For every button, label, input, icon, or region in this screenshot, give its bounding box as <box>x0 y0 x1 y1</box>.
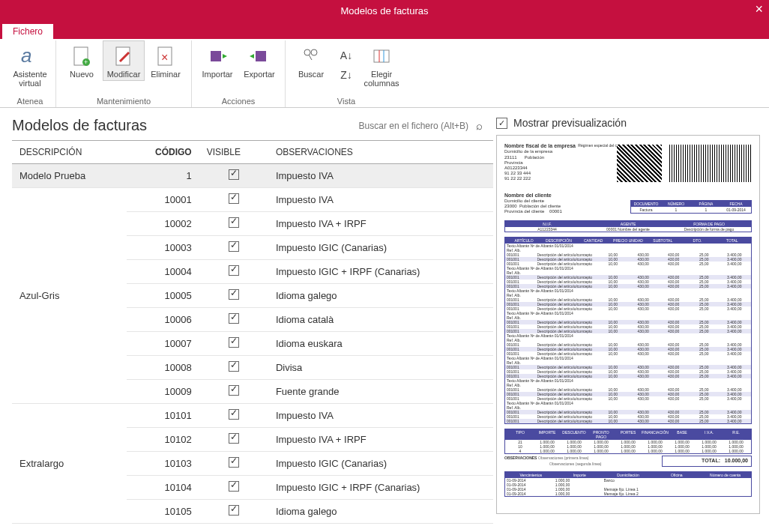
visible-checkbox[interactable] <box>229 337 239 348</box>
table-row[interactable]: Modelo Prueba1Impuesto IVA <box>12 164 493 188</box>
search-magnifier-icon[interactable]: ⌕ <box>476 119 483 132</box>
columns-icon <box>372 43 391 70</box>
table-row[interactable]: Azul-Gris10001Impuesto IVA <box>12 188 493 212</box>
new-button[interactable]: +Nuevo <box>61 40 103 81</box>
svg-rect-13 <box>374 50 389 62</box>
group-cell: Azul-Gris <box>12 188 127 404</box>
col-visible[interactable]: VISIBLE <box>199 141 268 164</box>
visible-checkbox[interactable] <box>229 457 239 468</box>
visible-checkbox[interactable] <box>229 241 239 252</box>
svg-point-10 <box>304 49 310 55</box>
sort-asc-button[interactable]: A↓ <box>334 46 359 64</box>
sort-desc-button[interactable]: Z↓ <box>334 66 359 84</box>
svg-text:×: × <box>161 51 168 64</box>
group-atenea: Atenea <box>17 97 43 107</box>
visible-checkbox[interactable] <box>229 361 239 372</box>
assistant-icon: a <box>19 43 40 70</box>
visible-checkbox[interactable] <box>229 169 239 180</box>
svg-rect-9 <box>256 51 266 61</box>
sort-asc-icon: A↓ <box>340 49 352 62</box>
assistant-button[interactable]: a Asistente virtual <box>9 40 51 90</box>
col-obs[interactable]: OBSERVACIONES <box>268 141 493 164</box>
search-input[interactable] <box>341 121 468 131</box>
group-view: Vista <box>337 97 355 107</box>
group-cell: Modelo Prueba <box>12 164 127 188</box>
visible-checkbox[interactable] <box>229 505 239 516</box>
search-icon <box>301 43 321 70</box>
barcode-icon <box>669 145 752 182</box>
visible-checkbox[interactable] <box>229 433 239 444</box>
search-button[interactable]: Buscar <box>290 40 332 81</box>
title-bar: Modelos de facturas × <box>0 0 769 21</box>
svg-text:+: + <box>84 58 88 66</box>
visible-checkbox[interactable] <box>229 265 239 276</box>
col-desc[interactable]: DESCRIPCIÓN <box>12 141 127 164</box>
svg-point-11 <box>311 49 317 55</box>
group-actions: Acciones <box>222 97 256 107</box>
col-code[interactable]: CÓDIGO <box>127 141 199 164</box>
visible-checkbox[interactable] <box>229 385 239 396</box>
table-row[interactable]: Extralargo10101Impuesto IVA <box>12 404 493 428</box>
modify-icon <box>114 43 133 70</box>
visible-checkbox[interactable] <box>229 313 239 324</box>
qr-code-icon <box>617 145 662 182</box>
window-title: Modelos de facturas <box>340 5 428 16</box>
close-icon[interactable]: × <box>755 1 763 17</box>
ribbon: a Asistente virtual Atenea +Nuevo Modifi… <box>0 39 769 108</box>
visible-checkbox[interactable] <box>229 481 239 492</box>
new-icon: + <box>72 43 91 70</box>
svg-line-12 <box>309 55 312 60</box>
export-icon <box>250 43 269 70</box>
columns-button[interactable]: Elegir columnas <box>361 40 402 90</box>
delete-icon: × <box>156 43 175 70</box>
visible-checkbox[interactable] <box>229 217 239 228</box>
svg-text:a: a <box>21 46 31 67</box>
models-grid[interactable]: DESCRIPCIÓN CÓDIGO VISIBLE OBSERVACIONES… <box>12 140 493 532</box>
modify-button[interactable]: Modificar <box>103 40 145 81</box>
group-maint: Mantenimiento <box>97 97 151 107</box>
export-button[interactable]: Exportar <box>238 40 280 81</box>
invoice-preview: Nombre fiscal de la empresa Domicilio de… <box>496 135 760 514</box>
svg-rect-4 <box>116 47 130 65</box>
tab-file[interactable]: Fichero <box>1 23 54 39</box>
import-icon <box>208 43 227 70</box>
delete-button[interactable]: ×Eliminar <box>145 40 187 81</box>
visible-checkbox[interactable] <box>229 409 239 420</box>
visible-checkbox[interactable] <box>229 289 239 300</box>
import-button[interactable]: Importar <box>196 40 238 81</box>
ribbon-tabs: Fichero <box>0 21 769 39</box>
group-cell: Extralargo <box>12 404 127 524</box>
sort-desc-icon: Z↓ <box>340 68 352 82</box>
page-title: Modelos de facturas <box>12 117 147 134</box>
preview-checkbox[interactable]: ✓ <box>496 118 507 129</box>
preview-label: Mostrar previsualización <box>513 117 627 129</box>
visible-checkbox[interactable] <box>229 193 239 204</box>
svg-rect-8 <box>211 51 221 61</box>
